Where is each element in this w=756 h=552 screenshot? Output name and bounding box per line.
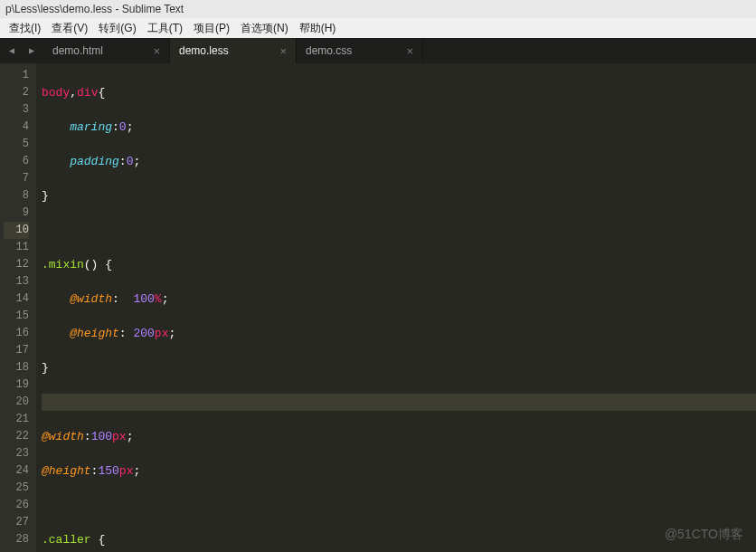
- tab-row: ◀ ▶ demo.html × demo.less × demo.css ×: [0, 38, 756, 63]
- gutter: 1234567891011121314151617181920212223242…: [0, 63, 36, 552]
- token-punct: ;: [133, 155, 140, 168]
- token-punct: ,: [70, 86, 77, 100]
- token-punct: :: [119, 327, 134, 340]
- token-punct: :: [119, 155, 127, 168]
- token-var: @height: [42, 464, 91, 478]
- code-area[interactable]: body,div{ maring:0; padding:0; } .mixin(…: [36, 63, 756, 552]
- tab-demo-css[interactable]: demo.css ×: [297, 38, 423, 63]
- token-punct: ;: [127, 430, 134, 443]
- tab-label: demo.less: [179, 44, 229, 57]
- token-prop: maring: [70, 120, 112, 134]
- token-num: 150: [98, 464, 118, 478]
- token-prop: padding: [70, 155, 119, 168]
- token-punct: ;: [168, 327, 175, 340]
- menu-project[interactable]: 项目(P): [188, 19, 235, 38]
- token-punct: {: [91, 533, 106, 547]
- token-var: @height: [70, 327, 119, 340]
- token-tag: body: [42, 86, 70, 100]
- token-num: 100: [91, 430, 112, 443]
- token-num: 0: [119, 120, 127, 134]
- menu-bar: 查找(I) 查看(V) 转到(G) 工具(T) 项目(P) 首选项(N) 帮助(…: [0, 18, 756, 38]
- close-icon[interactable]: ×: [406, 44, 413, 58]
- menu-help[interactable]: 帮助(H): [294, 19, 342, 38]
- token-tag: div: [77, 86, 98, 100]
- token-punct: ;: [133, 464, 140, 478]
- token-punct: :: [84, 430, 91, 443]
- tab-demo-less[interactable]: demo.less ×: [170, 38, 297, 63]
- token-punct: () {: [84, 258, 112, 271]
- token-unit: px: [112, 430, 127, 443]
- close-icon[interactable]: ×: [279, 44, 287, 58]
- nav-arrows: ◀ ▶: [0, 38, 43, 63]
- window-title: p\Less\less\demo.less - Sublime Text: [5, 3, 184, 15]
- menu-preferences[interactable]: 首选项(N): [235, 19, 294, 38]
- token-var: @width: [42, 430, 84, 443]
- menu-goto[interactable]: 转到(G): [93, 19, 141, 38]
- token-punct: }: [42, 361, 49, 375]
- code-editor[interactable]: 1234567891011121314151617181920212223242…: [0, 63, 756, 552]
- close-icon[interactable]: ×: [153, 44, 160, 58]
- token-punct: ;: [127, 120, 134, 134]
- menu-view[interactable]: 查看(V): [46, 19, 93, 38]
- token-class: .mixin: [42, 258, 84, 271]
- token-punct: ;: [162, 292, 169, 306]
- token-var: @width: [70, 292, 112, 306]
- token-num: 200: [133, 327, 154, 340]
- tab-demo-html[interactable]: demo.html ×: [43, 38, 170, 63]
- token-punct: :: [112, 120, 119, 134]
- token-punct: {: [98, 86, 105, 100]
- title-bar: p\Less\less\demo.less - Sublime Text: [0, 0, 756, 18]
- nav-back-icon[interactable]: ◀: [4, 43, 20, 59]
- menu-find[interactable]: 查找(I): [4, 19, 46, 38]
- token-punct: :: [112, 292, 133, 306]
- menu-tools[interactable]: 工具(T): [142, 19, 188, 38]
- nav-forward-icon[interactable]: ▶: [24, 43, 40, 59]
- token-unit: px: [119, 464, 134, 478]
- token-punct: }: [42, 189, 49, 203]
- token-class: .caller: [42, 533, 91, 547]
- token-num: 100: [133, 292, 154, 306]
- tab-label: demo.css: [306, 44, 352, 57]
- tab-label: demo.html: [52, 44, 103, 57]
- token-unit: px: [155, 327, 169, 340]
- token-unit: %: [155, 292, 162, 306]
